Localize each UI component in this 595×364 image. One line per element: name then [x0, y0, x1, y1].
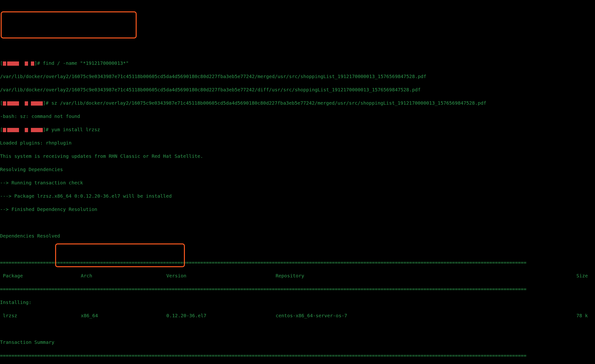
- pkg-size: 78 k: [411, 312, 595, 319]
- terminal-line: [ ]# find / -name "*1912170000013*": [0, 60, 595, 66]
- pkg-name: lrzsz: [0, 312, 81, 319]
- redacted: [25, 101, 28, 106]
- yum-deps-resolved: Dependencies Resolved: [0, 233, 595, 239]
- terminal-line: [ ]# sz /var/lib/docker/overlay2/16075c9…: [0, 100, 595, 106]
- command-find: find / -name "*1912170000013*": [43, 60, 128, 66]
- yum-resolving: Resolving Dependencies: [0, 166, 595, 173]
- redacted: [7, 128, 19, 132]
- prompt: ]#: [43, 100, 51, 106]
- table-row: lrzszx86_640.12.20-36.el7centos-x86_64-s…: [0, 312, 595, 319]
- blank-line: [0, 219, 595, 226]
- command-sz: sz /var/lib/docker/overlay2/16075c9e0343…: [51, 100, 486, 106]
- blank-line: [0, 326, 595, 332]
- terminal-line: [ ]# yum install lrzsz: [0, 126, 595, 133]
- terminal[interactable]: [ ]# find / -name "*1912170000013*" /var…: [0, 27, 595, 364]
- txn-summary: Transaction Summary: [0, 339, 595, 345]
- yum-check: --> Running transaction check: [0, 179, 595, 186]
- redacted: [3, 62, 6, 66]
- redacted: [31, 101, 43, 106]
- col-arch: Arch: [81, 272, 166, 279]
- blank-line: [0, 246, 595, 253]
- col-repo: Repository: [276, 272, 411, 279]
- col-version: Version: [166, 272, 276, 279]
- redacted: [25, 62, 28, 66]
- redacted: [25, 128, 28, 132]
- redacted: [31, 62, 34, 66]
- redacted: [7, 101, 19, 106]
- error-bash: -bash: sz: command not found: [0, 113, 595, 120]
- find-result-1: /var/lib/docker/overlay2/16075c9e0343987…: [0, 73, 595, 80]
- prompt: ]#: [34, 60, 43, 66]
- col-size: Size: [411, 272, 595, 279]
- table-divider: ========================================…: [0, 259, 595, 266]
- pkg-version: 0.12.20-36.el7: [166, 312, 276, 319]
- yum-rhn: This system is receiving updates from RH…: [0, 153, 595, 159]
- find-result-2: /var/lib/docker/overlay2/16075c9e0343987…: [0, 86, 595, 93]
- yum-finished: --> Finished Dependency Resolution: [0, 206, 595, 213]
- table-divider: ========================================…: [0, 286, 595, 292]
- prompt: ]#: [43, 127, 51, 132]
- yum-pkg-install: ---> Package lrzsz.x86_64 0:0.12.20-36.e…: [0, 193, 595, 199]
- redacted: [3, 128, 6, 132]
- redacted: [7, 62, 19, 66]
- pkg-repo: centos-x86_64-server-os-7: [276, 312, 411, 319]
- table-header-row: PackageArchVersionRepositorySize: [0, 272, 595, 279]
- highlight-box-1: [1, 11, 137, 38]
- table-installing: Installing:: [0, 299, 595, 306]
- redacted: [31, 128, 43, 132]
- redacted: [3, 101, 6, 106]
- table-divider: ========================================…: [0, 352, 595, 359]
- pkg-arch: x86_64: [81, 312, 166, 319]
- col-package: Package: [0, 272, 81, 279]
- yum-plugins: Loaded plugins: rhnplugin: [0, 139, 595, 146]
- command-yum: yum install lrzsz: [51, 127, 100, 132]
